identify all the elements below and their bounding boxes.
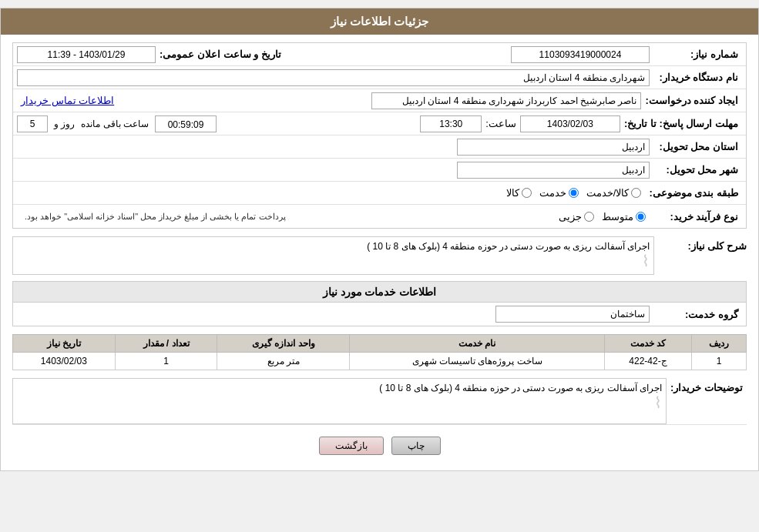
cell-vahed: متر مربع bbox=[217, 353, 350, 370]
form-section: شماره نیاز: تاریخ و ساعت اعلان عمومی: نا… bbox=[12, 42, 747, 229]
tarikh-elan-input[interactable] bbox=[17, 46, 156, 63]
cell-kod: ج-42-422 bbox=[604, 353, 691, 370]
radio-khedmat-label: خدمت bbox=[539, 187, 566, 199]
services-table: ردیف کد خدمت نام خدمت واحد اندازه گیری ت… bbox=[12, 334, 747, 370]
tozihat-box: اجرای آسفالت ریزی به صورت دستی در حوزه م… bbox=[12, 378, 667, 424]
gorohe-khedmat-label: گروه خدمت: bbox=[650, 309, 742, 320]
cell-radif: 1 bbox=[692, 353, 747, 370]
sharh-niaz-row: شرح کلی نیاز: اجرای آسفالت ریزی به صورت … bbox=[12, 236, 747, 275]
row-ijad: ایجاد کننده درخواست: اطلاعات تماس خریدار bbox=[13, 89, 746, 112]
tozihat-row: توضیحات خریدار: اجرای آسفالت ریزی به صور… bbox=[12, 378, 747, 425]
sharh-niaz-value: اجرای آسفالت ریزی به صورت دستی در حوزه م… bbox=[367, 241, 650, 252]
cell-naam: ساخت پروژه‌های تاسیسات شهری bbox=[350, 353, 605, 370]
col-kod: کد خدمت bbox=[604, 335, 691, 353]
row-mohlat: مهلت ارسال پاسخ: تا تاریخ: ساعت: 00:59:0… bbox=[13, 112, 746, 136]
row-tabaqe: طبقه بندی موضوعی: کالا/خدمت خدمت کالا bbox=[13, 182, 746, 205]
shahr-label: شهر محل تحویل: bbox=[650, 164, 742, 176]
table-row: 1 ج-42-422 ساخت پروژه‌های تاسیسات شهری م… bbox=[13, 353, 747, 370]
timer-roz-label: روز و bbox=[54, 119, 75, 129]
cell-tarikh: 1403/02/03 bbox=[13, 353, 116, 370]
mohlat-label: مهلت ارسال پاسخ: تا تاریخ: bbox=[620, 118, 742, 129]
nooe-label: نوع فرآیند خرید: bbox=[650, 211, 742, 223]
col-naam: نام خدمت bbox=[350, 335, 605, 353]
radio-motovaset: متوسط bbox=[602, 211, 646, 223]
shomara-label: شماره نیاز: bbox=[650, 49, 742, 60]
sharh-niaz-label: شرح کلی نیاز: bbox=[654, 236, 747, 252]
ijad-input[interactable] bbox=[371, 92, 641, 109]
row-ostan: استان محل تحویل: bbox=[13, 136, 746, 159]
buttons-row: چاپ بازگشت bbox=[12, 429, 747, 463]
ettelaat-link[interactable]: اطلاعات تماس خریدار bbox=[21, 95, 114, 106]
timer-roz-input[interactable] bbox=[17, 115, 48, 132]
col-radif: ردیف bbox=[692, 335, 747, 353]
cell-tedad: 1 bbox=[115, 353, 217, 370]
row-shahr: شهر محل تحویل: bbox=[13, 159, 746, 182]
radio-kala: کالا bbox=[506, 187, 532, 199]
col-tarikh: تاریخ نیاز bbox=[13, 335, 116, 353]
services-table-section: ردیف کد خدمت نام خدمت واحد اندازه گیری ت… bbox=[12, 334, 747, 370]
row-shomara: شماره نیاز: تاریخ و ساعت اعلان عمومی: bbox=[13, 43, 746, 66]
name-dasgah-input[interactable] bbox=[17, 69, 650, 86]
row-gorohe-khedmat: گروه خدمت: bbox=[13, 303, 746, 326]
gorohe-khedmat-input[interactable] bbox=[495, 306, 650, 323]
tabaqe-radio-group: کالا/خدمت خدمت کالا bbox=[502, 187, 646, 199]
khedamat-section-title: اطلاعات خدمات مورد نیاز bbox=[12, 281, 747, 302]
radio-kala-label: کالا bbox=[506, 187, 519, 199]
row-name-dasgah: نام دستگاه خریدار: bbox=[13, 66, 746, 89]
timer-saat-label: ساعت باقی مانده bbox=[81, 119, 149, 129]
page-title: جزئیات اطلاعات نیاز bbox=[331, 15, 428, 28]
back-button[interactable]: بازگشت bbox=[319, 437, 384, 455]
radio-jozi-input[interactable] bbox=[584, 212, 594, 222]
mohlat-date-input[interactable] bbox=[520, 115, 620, 132]
radio-jozi: جزیی bbox=[559, 211, 594, 223]
radio-kala-khedmat: کالا/خدمت bbox=[586, 187, 642, 199]
radio-kala-khedmat-input[interactable] bbox=[631, 188, 641, 198]
name-dasgah-label: نام دستگاه خریدار: bbox=[650, 72, 742, 83]
tarikh-elan-label: تاریخ و ساعت اعلان عمومی: bbox=[156, 49, 285, 60]
ijad-label: ایجاد کننده درخواست: bbox=[641, 95, 742, 106]
radio-khedmat: خدمت bbox=[539, 187, 579, 199]
sharh-niaz-box: اجرای آسفالت ریزی به صورت دستی در حوزه م… bbox=[12, 236, 654, 275]
main-content: شماره نیاز: تاریخ و ساعت اعلان عمومی: نا… bbox=[1, 35, 758, 470]
tozihat-value: اجرای آسفالت ریزی به صورت دستی در حوزه م… bbox=[379, 383, 662, 393]
radio-kala-khedmat-label: کالا/خدمت bbox=[586, 187, 630, 199]
col-tedad: تعداد / مقدار bbox=[115, 335, 217, 353]
page-header: جزئیات اطلاعات نیاز bbox=[1, 8, 758, 35]
mohlat-time-label: ساعت: bbox=[482, 118, 520, 129]
print-button[interactable]: چاپ bbox=[391, 437, 441, 455]
timer-row: 00:59:09 ساعت باقی مانده روز و bbox=[17, 115, 217, 132]
radio-motovaset-input[interactable] bbox=[636, 212, 646, 222]
nooe-note: پرداخت تمام یا بخشی از مبلغ خریداز محل "… bbox=[17, 212, 286, 222]
radio-motovaset-label: متوسط bbox=[602, 211, 633, 223]
ostan-label: استان محل تحویل: bbox=[650, 141, 742, 152]
ostan-input[interactable] bbox=[457, 139, 650, 156]
radio-khedmat-input[interactable] bbox=[569, 188, 579, 198]
tozihat-label: توضیحات خریدار: bbox=[667, 378, 747, 397]
khedamat-form-section: گروه خدمت: bbox=[12, 302, 747, 326]
col-vahed: واحد اندازه گیری bbox=[217, 335, 350, 353]
row-nooe: نوع فرآیند خرید: متوسط جزیی پرداخت تمام … bbox=[13, 205, 746, 228]
radio-jozi-label: جزیی bbox=[559, 211, 582, 223]
nooe-radio-group: متوسط جزیی bbox=[555, 211, 650, 223]
shahr-input[interactable] bbox=[457, 162, 650, 179]
radio-kala-input[interactable] bbox=[522, 188, 532, 198]
timer-saat: 00:59:09 bbox=[155, 115, 217, 132]
mohlat-time-input[interactable] bbox=[420, 115, 482, 132]
tabaqe-label: طبقه بندی موضوعی: bbox=[645, 187, 742, 199]
page-wrapper: جزئیات اطلاعات نیاز شماره نیاز: تاریخ و … bbox=[0, 8, 759, 471]
shomara-input[interactable] bbox=[511, 46, 650, 63]
